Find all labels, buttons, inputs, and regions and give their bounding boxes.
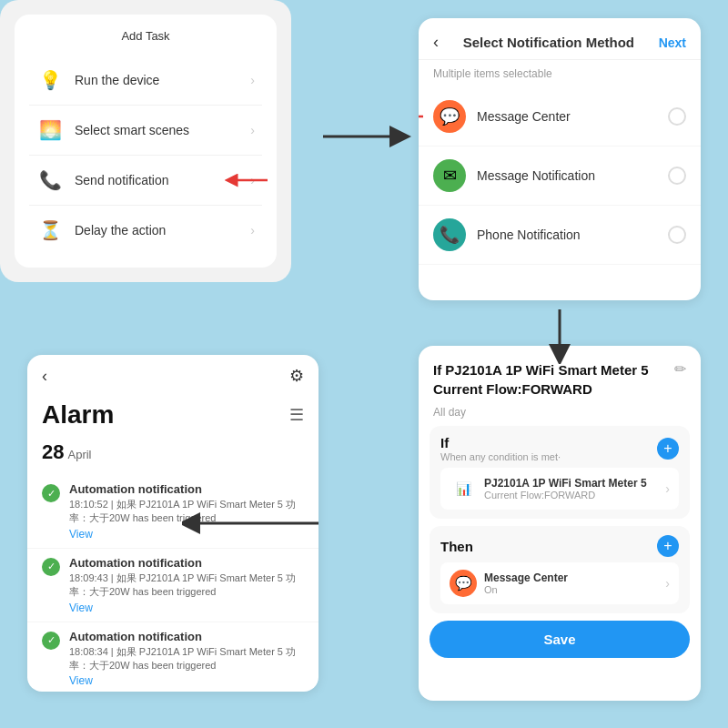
alarm-date-month: April [67,448,91,461]
alarm-header: ‹ ⚙ [27,355,318,397]
then-item[interactable]: 💬 Message Center On › [440,562,679,604]
alarm-view-link-2[interactable]: View [69,602,304,614]
alarm-title-row: Alarm ☰ [27,397,318,437]
condition-item[interactable]: 📊 PJ2101A 1P WiFi Smart Meter 5 Current … [440,468,679,510]
message-notification-radio[interactable] [668,167,686,185]
if-add-button[interactable]: + [657,438,679,460]
gear-icon[interactable]: ⚙ [289,366,304,386]
alarm-item-content-2: Automation notification 18:09:43 | 如果 PJ… [69,556,304,614]
select-scenes-icon: 🌅 [36,116,64,144]
alarm-item-desc-3: 18:08:34 | 如果 PJ2101A 1P WiFi Smart Mete… [69,645,304,673]
message-center-icon: 💬 [433,100,466,133]
then-add-button[interactable]: + [657,535,679,557]
menu-icon[interactable]: ☰ [289,405,304,425]
alarm-item: ✓ Automation notification 18:09:43 | 如果 … [27,549,318,622]
task-label-select-scenes: Select smart scenes [75,123,250,137]
alarm-title: Alarm [42,400,114,430]
condition-subtitle: Current Flow:FORWARD [484,490,665,500]
notification-header: ‹ Select Notification Method Next [419,18,701,60]
send-notification-icon: 📞 [36,167,64,194]
then-icon: 💬 [450,570,477,597]
option-message-center[interactable]: 💬 Message Center [419,87,701,147]
alarm-date-number: 28 [42,440,64,464]
alarm-check-icon: ✓ [42,484,60,502]
then-section-header: Then + [440,535,679,557]
task-label-send-notification: Send notification [75,173,250,187]
alarm-back-button[interactable]: ‹ [42,367,47,386]
arrow-left-to-right [323,118,414,155]
condition-chevron-icon: › [665,481,670,496]
automation-panel: If PJ2101A 1P WiFi Smart Meter 5 Current… [419,346,701,701]
task-label-delay-action: Delay the action [75,223,250,238]
option-label-message-notification: Message Notification [477,168,668,183]
chevron-right-icon-3: › [250,173,255,187]
automation-title: If PJ2101A 1P WiFi Smart Meter 5 Current… [433,360,667,399]
alarm-view-link[interactable]: View [69,528,304,541]
alarm-item-content: Automation notification 18:10:52 | 如果 PJ… [69,482,304,541]
alarm-item-content-3: Automation notification 18:08:34 | 如果 PJ… [69,630,304,688]
task-item-send-notification[interactable]: 📞 Send notification › [29,156,262,206]
phone-notification-radio[interactable] [668,226,686,244]
option-label-phone-notification: Phone Notification [477,228,668,242]
red-arrow-msg-center [419,106,428,127]
notification-panel-title: Select Notification Method [439,35,659,50]
option-message-notification[interactable]: ✉ Message Notification [419,147,701,206]
run-device-icon: 💡 [36,66,64,94]
alarm-panel: ‹ ⚙ Alarm ☰ 28 April ✓ Automation notifi… [27,355,318,692]
task-item-select-scenes[interactable]: 🌅 Select smart scenes › [29,106,262,156]
condition-text: PJ2101A 1P WiFi Smart Meter 5 Current Fl… [484,477,665,500]
if-note: When any condition is met· [440,451,561,462]
automation-title-section: If PJ2101A 1P WiFi Smart Meter 5 Current… [419,346,701,406]
save-button[interactable]: Save [430,621,690,658]
chevron-right-icon-2: › [250,123,255,137]
then-item-title: Message Center [484,571,665,584]
then-section: Then + 💬 Message Center On › [430,526,690,613]
if-section-header: If When any condition is met· + [440,435,679,462]
alarm-date: 28 April [27,437,318,475]
condition-title: PJ2101A 1P WiFi Smart Meter 5 [484,477,665,490]
delay-action-icon: ⏳ [36,217,64,244]
chevron-right-icon-4: › [250,223,255,238]
edit-icon[interactable]: ✏ [674,360,686,378]
alarm-item: ✓ Automation notification 18:10:52 | 如果 … [27,475,318,549]
alarm-item-title-3: Automation notification [69,630,304,643]
alarm-item: ✓ Automation notification 18:08:34 | 如果 … [27,622,318,692]
condition-icon: 📊 [450,475,477,502]
alarm-items-list: ✓ Automation notification 18:10:52 | 如果 … [27,475,318,692]
then-item-text: Message Center On [484,571,665,595]
alarm-item-title-2: Automation notification [69,556,304,570]
notification-subtitle: Multiple items selectable [419,60,701,87]
task-label-run-device: Run the device [75,73,250,87]
task-item-run-device[interactable]: 💡 Run the device › [29,56,262,106]
alarm-check-icon-2: ✓ [42,558,60,576]
automation-allday: All day [419,406,701,426]
alarm-item-title: Automation notification [69,482,304,496]
then-label: Then [440,539,473,554]
option-label-message-center: Message Center [477,109,668,124]
then-item-sub: On [484,584,665,595]
notification-panel: ‹ Select Notification Method Next Multip… [419,18,701,300]
if-section: If When any condition is met· + 📊 PJ2101… [430,426,690,519]
alarm-item-desc-2: 18:09:43 | 如果 PJ2101A 1P WiFi Smart Mete… [69,571,304,600]
alarm-view-link-3[interactable]: View [69,674,304,687]
message-center-radio[interactable] [668,107,686,126]
add-task-title: Add Task [29,29,262,43]
task-item-delay-action[interactable]: ⏳ Delay the action › [29,206,262,255]
chevron-right-icon: › [250,73,255,87]
option-phone-notification[interactable]: 📞 Phone Notification [419,206,701,265]
alarm-check-icon-3: ✓ [42,632,60,650]
phone-notification-icon: 📞 [433,218,466,251]
add-task-panel: Add Task 💡 Run the device › 🌅 Select sma… [0,0,291,282]
alarm-item-desc: 18:10:52 | 如果 PJ2101A 1P WiFi Smart Mete… [69,498,304,526]
then-chevron-icon: › [665,576,670,591]
message-notification-icon: ✉ [433,159,466,192]
if-label: If [440,435,449,450]
next-button[interactable]: Next [659,35,686,50]
